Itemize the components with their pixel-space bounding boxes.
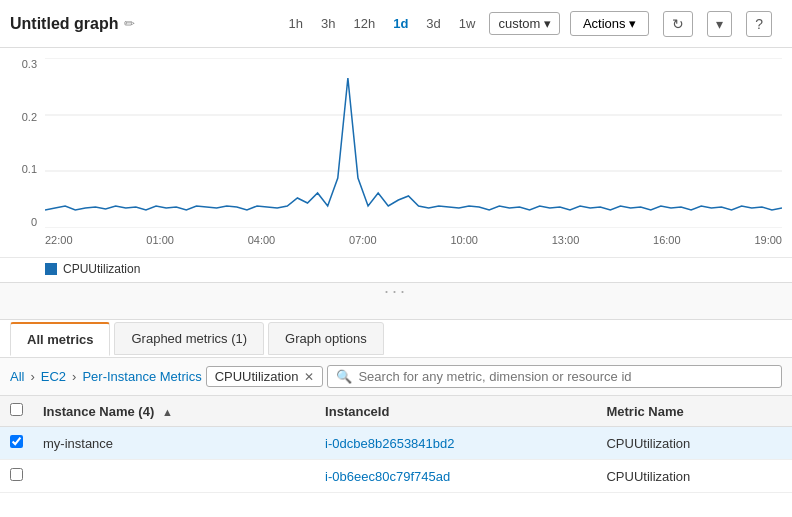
filter-tag: CPUUtilization ✕ [206, 366, 324, 387]
legend-label: CPUUtilization [63, 262, 140, 276]
instance-name-2 [33, 460, 315, 493]
time-1w[interactable]: 1w [455, 14, 480, 33]
header: Untitled graph ✏ 1h 3h 12h 1d 3d 1w cust… [0, 0, 792, 48]
tab-graph-options[interactable]: Graph options [268, 322, 384, 355]
x-label-04: 04:00 [248, 234, 276, 246]
y-axis: 0.3 0.2 0.1 0 [0, 58, 42, 228]
select-all-checkbox[interactable] [10, 403, 23, 416]
legend-color-box [45, 263, 57, 275]
instance-id-1: i-0dcbe8b2653841bd2 [315, 427, 596, 460]
x-label-10: 10:00 [450, 234, 478, 246]
row-checkbox-2[interactable] [10, 468, 23, 481]
time-1h[interactable]: 1h [285, 14, 307, 33]
time-custom[interactable]: custom ▾ [489, 12, 560, 35]
search-icon: 🔍 [336, 369, 352, 384]
header-checkbox-cell [0, 396, 33, 427]
x-label-13: 13:00 [552, 234, 580, 246]
chart-area: 0.3 0.2 0.1 0 22:00 01:00 04:00 07:00 10… [0, 48, 792, 258]
sort-icon: ▲ [162, 406, 173, 418]
instance-id-2: i-0b6eec80c79f745ad [315, 460, 596, 493]
graph-title: Untitled graph [10, 15, 118, 33]
y-label-03: 0.3 [22, 58, 37, 70]
metrics-table: Instance Name (4) ▲ InstanceId Metric Na… [0, 396, 792, 493]
time-1d[interactable]: 1d [389, 14, 412, 33]
filter-bar: All › EC2 › Per-Instance Metrics CPUUtil… [0, 358, 792, 396]
time-3d[interactable]: 3d [422, 14, 444, 33]
row-checkbox-cell-2[interactable] [0, 460, 33, 493]
help-button[interactable]: ? [746, 11, 772, 37]
breadcrumb-ec2[interactable]: EC2 [41, 369, 66, 384]
dropdown-button[interactable]: ▾ [707, 11, 732, 37]
metric-name-1: CPUUtilization [596, 427, 792, 460]
header-instance-id: InstanceId [315, 396, 596, 427]
row-checkbox-1[interactable] [10, 435, 23, 448]
y-label-01: 0.1 [22, 163, 37, 175]
chart-legend: CPUUtilization [0, 258, 792, 282]
time-controls: 1h 3h 12h 1d 3d 1w custom ▾ Actions ▾ ↻ … [285, 11, 772, 37]
x-axis: 22:00 01:00 04:00 07:00 10:00 13:00 16:0… [45, 231, 782, 246]
table-row[interactable]: i-0b6eec80c79f745ad CPUUtilization [0, 460, 792, 493]
filter-tag-label: CPUUtilization [215, 369, 299, 384]
x-label-07: 07:00 [349, 234, 377, 246]
chart-svg-container: 22:00 01:00 04:00 07:00 10:00 13:00 16:0… [45, 58, 782, 228]
y-label-02: 0.2 [22, 111, 37, 123]
x-label-16: 16:00 [653, 234, 681, 246]
x-label-19: 19:00 [754, 234, 782, 246]
row-checkbox-cell-1[interactable] [0, 427, 33, 460]
y-label-0: 0 [31, 216, 37, 228]
header-metric-name: Metric Name [596, 396, 792, 427]
table-row[interactable]: my-instance i-0dcbe8b2653841bd2 CPUUtili… [0, 427, 792, 460]
edit-icon[interactable]: ✏ [124, 16, 135, 31]
breadcrumb-sep-2: › [72, 369, 76, 384]
chart-svg [45, 58, 782, 228]
metric-name-2: CPUUtilization [596, 460, 792, 493]
table-header-row: Instance Name (4) ▲ InstanceId Metric Na… [0, 396, 792, 427]
tabs-bar: All metrics Graphed metrics (1) Graph op… [0, 320, 792, 358]
time-3h[interactable]: 3h [317, 14, 339, 33]
breadcrumb-sep-1: › [30, 369, 34, 384]
x-label-22: 22:00 [45, 234, 73, 246]
search-input[interactable] [358, 369, 773, 384]
tab-graphed-metrics[interactable]: Graphed metrics (1) [114, 322, 264, 355]
tab-all-metrics[interactable]: All metrics [10, 322, 110, 356]
filter-tag-remove[interactable]: ✕ [304, 370, 314, 384]
header-instance-name[interactable]: Instance Name (4) ▲ [33, 396, 315, 427]
breadcrumb-all[interactable]: All [10, 369, 24, 384]
instance-name-1: my-instance [33, 427, 315, 460]
refresh-button[interactable]: ↻ [663, 11, 693, 37]
breadcrumb-per-instance[interactable]: Per-Instance Metrics [82, 369, 201, 384]
x-label-01: 01:00 [146, 234, 174, 246]
time-12h[interactable]: 12h [349, 14, 379, 33]
search-box: 🔍 [327, 365, 782, 388]
actions-button[interactable]: Actions ▾ [570, 11, 649, 36]
